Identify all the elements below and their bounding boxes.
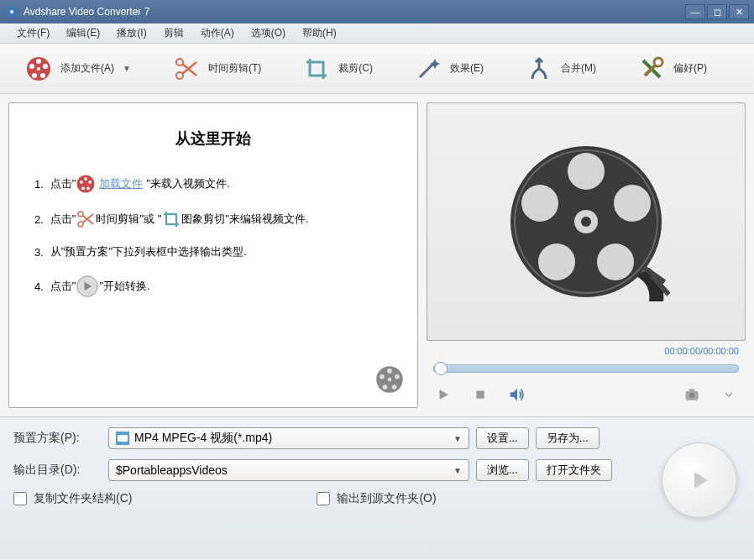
crop-icon xyxy=(303,55,330,82)
toolbar: 添加文件(A) ▼ 时间剪辑(T) 裁剪(C) 效果(E) 合并(M) 偏好(P… xyxy=(0,44,754,94)
copy-structure-checkbox[interactable]: 复制文件夹结构(C) xyxy=(13,491,132,506)
svg-rect-44 xyxy=(118,435,128,442)
saveas-button[interactable]: 另存为... xyxy=(536,427,600,449)
browse-button[interactable]: 浏览... xyxy=(476,459,529,481)
scissors-icon xyxy=(76,209,96,229)
svg-point-24 xyxy=(392,385,397,390)
expand-button[interactable] xyxy=(719,385,739,405)
svg-point-36 xyxy=(581,217,591,227)
seek-thumb[interactable] xyxy=(434,362,448,375)
video-preview xyxy=(427,102,746,341)
prefs-label: 偏好(P) xyxy=(673,61,707,76)
svg-point-11 xyxy=(654,58,662,66)
svg-point-4 xyxy=(43,64,48,69)
menu-file[interactable]: 文件(F) xyxy=(8,26,58,40)
start-title: 从这里开始 xyxy=(34,128,392,149)
svg-point-14 xyxy=(89,181,92,184)
preset-select[interactable]: MP4 MPEG-4 视频(*.mp4) ▼ xyxy=(108,427,469,449)
svg-point-27 xyxy=(388,378,392,382)
volume-icon xyxy=(508,385,526,404)
svg-point-7 xyxy=(29,64,34,69)
app-title: Avdshare Video Converter 7 xyxy=(24,6,685,18)
svg-point-32 xyxy=(597,243,634,280)
settings-button[interactable]: 设置... xyxy=(476,427,529,449)
time-display: 00:00:00 / 00:00:00 xyxy=(427,346,746,356)
tools-icon xyxy=(638,55,665,82)
add-file-label: 添加文件(A) xyxy=(60,61,114,76)
player-controls xyxy=(427,381,746,408)
time-trim-button[interactable]: 时间剪辑(T) xyxy=(173,55,261,82)
maximize-button[interactable]: ◻ xyxy=(707,4,727,19)
convert-icon xyxy=(76,275,99,298)
stop-button[interactable] xyxy=(470,385,490,405)
prefs-button[interactable]: 偏好(P) xyxy=(638,55,707,82)
chevron-down-icon: ▼ xyxy=(123,64,131,73)
wand-icon xyxy=(415,55,442,82)
svg-point-25 xyxy=(383,385,388,390)
svg-point-1 xyxy=(10,10,13,13)
svg-point-26 xyxy=(380,374,385,379)
svg-rect-42 xyxy=(689,389,695,391)
menu-play[interactable]: 播放(I) xyxy=(108,26,154,40)
seek-bar[interactable] xyxy=(433,364,739,373)
chevron-down-icon: ▼ xyxy=(453,434,462,443)
play-icon xyxy=(436,387,451,402)
svg-point-30 xyxy=(568,153,605,190)
svg-point-17 xyxy=(80,181,83,184)
menubar: 文件(F) 编辑(E) 播放(I) 剪辑 动作(A) 选项(O) 帮助(H) xyxy=(0,24,754,44)
svg-point-8 xyxy=(37,67,40,71)
step-3: 3. 从"预置方案"下拉列表框中选择输出类型. xyxy=(34,244,392,259)
svg-point-41 xyxy=(689,393,695,399)
time-trim-label: 时间剪辑(T) xyxy=(208,61,261,76)
svg-point-15 xyxy=(87,186,91,190)
film-reel-icon xyxy=(25,55,52,82)
svg-point-3 xyxy=(36,59,41,64)
crop-label: 裁剪(C) xyxy=(338,61,373,76)
menu-action[interactable]: 动作(A) xyxy=(192,26,243,40)
menu-options[interactable]: 选项(O) xyxy=(243,26,294,40)
reel-decoration-icon xyxy=(374,364,405,395)
menu-clip[interactable]: 剪辑 xyxy=(155,26,192,40)
step-2: 2. 点击" 时间剪辑 "或 " 图象剪切 "来编辑视频文件. xyxy=(34,209,392,229)
output-panel: 预置方案(P): MP4 MPEG-4 视频(*.mp4) ▼ 设置... 另存… xyxy=(0,416,754,559)
merge-icon xyxy=(526,55,552,82)
load-file-link[interactable]: 加载文件 xyxy=(99,176,143,191)
camera-icon xyxy=(683,386,700,403)
large-reel-icon xyxy=(502,138,670,306)
play-button[interactable] xyxy=(433,385,453,405)
effect-button[interactable]: 效果(E) xyxy=(415,55,484,82)
chevron-down-icon xyxy=(722,388,736,401)
copy-structure-input[interactable] xyxy=(13,492,27,505)
svg-point-31 xyxy=(614,185,651,222)
volume-button[interactable] xyxy=(507,385,527,405)
minimize-button[interactable]: — xyxy=(685,4,705,19)
snapshot-button[interactable] xyxy=(682,385,702,405)
svg-point-13 xyxy=(85,177,88,181)
close-button[interactable]: ✕ xyxy=(729,4,749,19)
effect-label: 效果(E) xyxy=(450,61,484,76)
preset-label: 预置方案(P): xyxy=(13,431,102,446)
step-4: 4. 点击" "开始转换. xyxy=(34,275,392,298)
mp4-icon xyxy=(116,432,129,445)
svg-rect-39 xyxy=(476,390,484,398)
add-file-button[interactable]: 添加文件(A) ▼ xyxy=(25,55,131,82)
convert-button[interactable] xyxy=(662,442,737,518)
merge-button[interactable]: 合并(M) xyxy=(526,55,596,82)
film-reel-icon xyxy=(76,174,96,194)
output-source-checkbox[interactable]: 输出到源文件夹(O) xyxy=(317,491,436,506)
svg-point-6 xyxy=(32,73,37,78)
output-label: 输出目录(D): xyxy=(13,463,102,478)
crop-button[interactable]: 裁剪(C) xyxy=(303,55,373,82)
svg-point-33 xyxy=(538,243,575,280)
play-icon xyxy=(683,463,716,497)
output-path-select[interactable]: $PortableappsVideos ▼ xyxy=(108,459,469,481)
svg-point-16 xyxy=(82,186,86,190)
start-panel: 从这里开始 1. 点击" 加载文件 "来载入视频文件. 2. 点击" 时间剪辑 … xyxy=(8,102,418,408)
open-folder-button[interactable]: 打开文件夹 xyxy=(536,459,612,481)
menu-help[interactable]: 帮助(H) xyxy=(294,26,345,40)
crop-icon xyxy=(161,209,181,229)
output-source-input[interactable] xyxy=(317,492,330,505)
svg-point-34 xyxy=(521,185,558,222)
chevron-down-icon: ▼ xyxy=(453,466,462,475)
menu-edit[interactable]: 编辑(E) xyxy=(58,26,108,40)
